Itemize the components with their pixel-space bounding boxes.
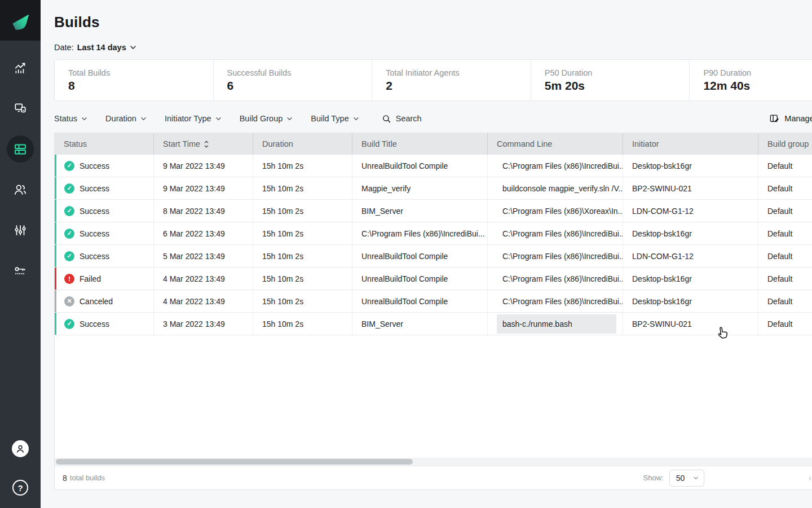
- cell-build-title: UnrealBuildTool Compile: [352, 268, 487, 290]
- search-label: Search: [396, 114, 422, 123]
- sidebar: ?: [0, 0, 41, 508]
- manage-columns-label: Manage Columns: [784, 114, 812, 123]
- status-icon: ✓: [64, 206, 74, 216]
- filter-label: Build Group: [240, 114, 283, 123]
- cell-command-line[interactable]: C:\Program Files (x86)\IncrediBui...: [487, 222, 623, 244]
- table-row[interactable]: ✓ Success 5 Mar 2022 13:49 15h 10m 2s Un…: [55, 245, 812, 268]
- command-line-text: C:\Program Files (x86)\IncrediBui...: [497, 224, 623, 243]
- cell-status: ✕ Canceled: [55, 290, 153, 312]
- cell-command-line[interactable]: C:\Program Files (x86)\IncrediBui...: [487, 268, 623, 290]
- sidebar-nav: [7, 41, 34, 284]
- table-row[interactable]: ✓ Success 6 Mar 2022 13:49 15h 10m 2s C:…: [55, 222, 812, 245]
- cell-build-group: Default: [758, 290, 812, 312]
- column-header-build-title[interactable]: Build Title: [352, 133, 487, 155]
- status-label: Success: [80, 252, 109, 261]
- table-row[interactable]: ✓ Success 3 Mar 2022 13:49 15h 10m 2s BI…: [55, 313, 812, 335]
- table-row[interactable]: ✓ Success 8 Mar 2022 13:49 15h 10m 2s BI…: [55, 200, 812, 222]
- column-header-initiator[interactable]: Initiator: [623, 133, 758, 155]
- search-icon: [382, 114, 391, 124]
- cell-initiator: BP2-SWINU-021: [623, 177, 758, 199]
- table-body: ✓ Success 9 Mar 2022 13:49 15h 10m 2s Un…: [55, 155, 812, 458]
- column-header-duration[interactable]: Duration: [253, 133, 352, 155]
- page-title: Builds: [54, 14, 100, 31]
- stat-value: 8: [68, 79, 213, 93]
- table-row[interactable]: ✕ Canceled 4 Mar 2022 13:49 15h 10m 2s U…: [55, 290, 812, 313]
- stat-value: 2: [386, 79, 531, 93]
- cell-initiator: LDN-COM-G1-12: [623, 200, 758, 222]
- main-content: Builds 2 Date: Last 14 days Total Builds…: [41, 0, 812, 508]
- user-icon: [15, 443, 26, 454]
- account-avatar[interactable]: [12, 440, 29, 457]
- chevron-down-icon: [353, 117, 359, 121]
- manage-columns-button[interactable]: Manage Columns: [769, 113, 812, 124]
- status-label: Success: [80, 229, 109, 238]
- builds-table: Status Start Time Duration Build Title C…: [54, 133, 812, 490]
- stat-label: Successful Builds: [227, 68, 372, 77]
- cell-build-group: Default: [758, 177, 812, 199]
- sidebar-item-analytics[interactable]: [7, 54, 34, 81]
- status-label: Success: [80, 161, 109, 170]
- search-button[interactable]: Search: [382, 114, 422, 124]
- sidebar-item-builds[interactable]: [7, 135, 34, 163]
- cell-duration: 15h 10m 2s: [253, 155, 352, 177]
- stat-value: 12m 40s: [703, 79, 812, 93]
- cell-command-line[interactable]: C:\Program Files (x86)\IncrediBui...: [487, 290, 623, 312]
- filter-build-type[interactable]: Build Type: [311, 114, 359, 123]
- status-label: Failed: [80, 274, 101, 283]
- cell-build-group: Default: [758, 268, 812, 290]
- filter-status[interactable]: Status: [54, 114, 87, 123]
- stat-p90-duration: P90 Duration 12m 40s: [689, 60, 812, 100]
- cell-initiator: Desktop-bsk16gr: [623, 155, 758, 177]
- table-row[interactable]: ✓ Success 9 Mar 2022 13:49 15h 10m 2s Ma…: [55, 177, 812, 200]
- cell-duration: 15h 10m 2s: [253, 268, 352, 290]
- row-status-accent: [55, 200, 56, 222]
- table-row[interactable]: ! Failed 4 Mar 2022 13:49 15h 10m 2s Unr…: [55, 268, 812, 290]
- cell-build-title: UnrealBuildTool Compile: [352, 155, 487, 177]
- cell-command-line[interactable]: C:\Program Files (x86)\Xoreax\In...: [487, 200, 623, 222]
- help-button[interactable]: ?: [12, 480, 28, 496]
- horizontal-scrollbar-thumb[interactable]: [56, 459, 413, 465]
- horizontal-scrollbar-track[interactable]: [55, 458, 812, 466]
- column-header-build-group[interactable]: Build group: [758, 133, 812, 155]
- brand-logo[interactable]: [0, 0, 41, 41]
- cell-command-line[interactable]: C:\Program Files (x86)\IncrediBui...: [487, 155, 623, 177]
- date-filter[interactable]: Date: Last 14 days: [54, 43, 812, 52]
- pagination: ‹ 1 ›: [809, 471, 812, 485]
- cell-build-group: Default: [758, 245, 812, 267]
- row-status-accent: [55, 313, 56, 335]
- page-size-select[interactable]: 50: [669, 470, 704, 487]
- cell-command-line[interactable]: buildconsole magpie_verify.sln /V...: [487, 177, 623, 199]
- cell-status: ✓ Success: [55, 177, 153, 199]
- cell-initiator: Desktop-bsk16gr: [623, 290, 758, 312]
- prev-page-button[interactable]: ‹: [809, 473, 812, 483]
- status-label: Success: [80, 207, 109, 216]
- cell-duration: 15h 10m 2s: [253, 177, 352, 199]
- chevron-down-icon: [286, 117, 293, 121]
- table-row[interactable]: ✓ Success 9 Mar 2022 13:49 15h 10m 2s Un…: [55, 155, 812, 177]
- status-icon: !: [64, 274, 74, 284]
- cell-status: ✓ Success: [55, 222, 153, 244]
- filter-initiator-type[interactable]: Initiator Type: [165, 114, 222, 123]
- column-header-start-time[interactable]: Start Time: [153, 133, 253, 155]
- sidebar-item-license[interactable]: [7, 257, 34, 284]
- filter-duration[interactable]: Duration: [105, 114, 147, 123]
- status-label: Canceled: [80, 297, 113, 306]
- filter-label: Duration: [105, 114, 136, 123]
- table-footer: 8 total builds Show: 50 ‹ 1 ›: [55, 466, 812, 489]
- sidebar-item-agents[interactable]: [7, 95, 34, 122]
- sidebar-item-users[interactable]: [7, 176, 34, 203]
- status-icon: ✕: [64, 296, 74, 306]
- column-header-status[interactable]: Status: [55, 133, 153, 155]
- cell-command-line[interactable]: bash-c./runme.bash: [487, 313, 623, 335]
- row-status-accent: [55, 222, 56, 244]
- filter-build-group[interactable]: Build Group: [240, 114, 293, 123]
- cell-duration: 15h 10m 2s: [253, 245, 352, 267]
- row-status-accent: [55, 177, 56, 199]
- question-mark-icon: ?: [17, 483, 23, 493]
- column-header-command-line[interactable]: Command Line: [487, 133, 623, 155]
- stat-value: 6: [227, 79, 372, 93]
- cell-command-line[interactable]: C:\Program Files (x86)\IncrediBui...: [487, 245, 623, 267]
- builds-icon: [14, 142, 27, 156]
- manage-columns-icon: [769, 113, 780, 124]
- sidebar-item-settings[interactable]: [7, 217, 34, 244]
